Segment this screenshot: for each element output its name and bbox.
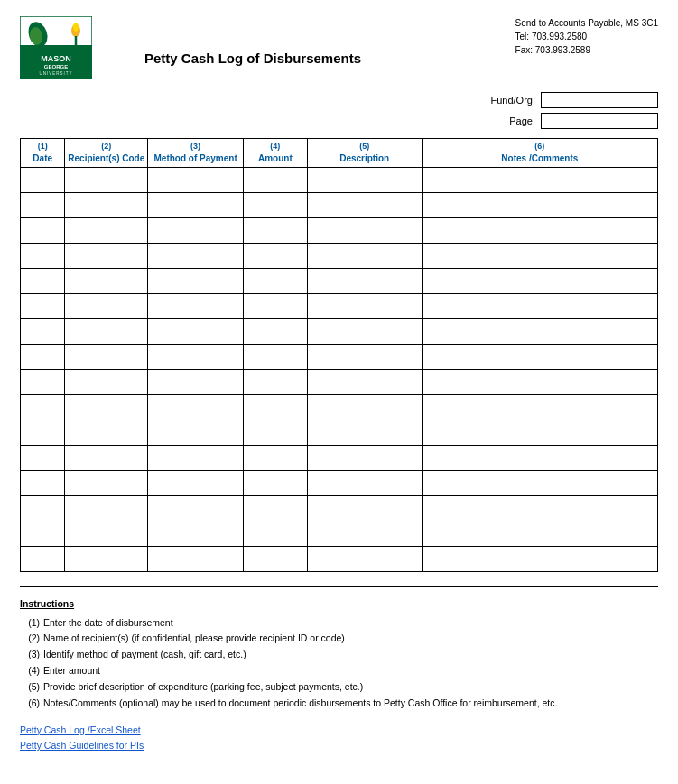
inst-text-1: Enter the date of disbursement	[43, 615, 173, 632]
instruction-item-4: (4)Enter amount	[20, 663, 658, 679]
col-header-amount: (4) Amount	[244, 139, 308, 168]
cell-row12-col4	[244, 445, 308, 470]
cell-row10-col3	[148, 394, 244, 420]
cell-row3-col4	[244, 217, 308, 243]
cell-row6-col1	[21, 293, 65, 318]
fund-input[interactable]	[541, 92, 658, 108]
cell-row7-col6	[422, 318, 657, 344]
col-num-5: (5)	[310, 142, 420, 152]
col-num-3: (3)	[150, 142, 241, 152]
cell-row12-col3	[148, 445, 244, 470]
cell-row12-col6	[422, 445, 657, 470]
svg-text:MASON: MASON	[41, 54, 71, 63]
cell-row10-col1	[21, 394, 65, 420]
cell-row9-col6	[422, 369, 657, 394]
logo: GEORGE MASON UNIVERSITY	[20, 16, 92, 79]
cell-row14-col2	[65, 495, 148, 521]
table-row	[21, 167, 658, 192]
links-list: Petty Cash Log /Excel SheetPetty Cash Gu…	[20, 723, 658, 755]
cell-row5-col3	[148, 268, 244, 293]
cell-row15-col5	[307, 521, 422, 546]
table-row	[21, 268, 658, 293]
header-left: GEORGE MASON UNIVERSITY Petty Cash Log o…	[20, 16, 361, 79]
instructions-title: Instructions	[20, 596, 658, 613]
cell-row3-col6	[422, 217, 657, 243]
cell-row1-col5	[307, 167, 422, 192]
cell-row2-col5	[307, 192, 422, 217]
cell-row14-col6	[422, 495, 657, 521]
col-name-4: Amount	[246, 152, 305, 164]
inst-text-2: Name of recipient(s) (if confidential, p…	[43, 631, 345, 647]
cell-row6-col5	[307, 293, 422, 318]
cell-row14-col4	[244, 495, 308, 521]
instructions-section: Instructions (1)Enter the date of disbur…	[20, 596, 658, 712]
col-name-1: Date	[23, 152, 62, 164]
cell-row13-col6	[422, 470, 657, 495]
cell-row15-col4	[244, 521, 308, 546]
col-num-4: (4)	[246, 142, 305, 152]
col-header-notes: (6) Notes /Comments	[422, 139, 657, 168]
table-row	[21, 293, 658, 318]
cell-row1-col6	[422, 167, 657, 192]
link-2[interactable]: Petty Cash Guidelines for PIs	[20, 738, 658, 754]
table-row	[21, 470, 658, 495]
link-1[interactable]: Petty Cash Log /Excel Sheet	[20, 723, 658, 739]
page-label: Page:	[486, 115, 535, 126]
col-header-description: (5) Description	[307, 139, 422, 168]
send-to-text: Send to Accounts Payable, MS 3C1	[515, 16, 658, 30]
table-row	[21, 521, 658, 546]
cell-row2-col1	[21, 192, 65, 217]
table-row	[21, 344, 658, 369]
instruction-item-6: (6)Notes/Comments (optional) may be used…	[20, 696, 658, 712]
header-row: (1) Date (2) Recipient(s) Code (3) Metho…	[21, 139, 658, 168]
col-header-recipient: (2) Recipient(s) Code	[65, 139, 148, 168]
cell-row12-col2	[65, 445, 148, 470]
cell-row9-col1	[21, 369, 65, 394]
cell-row16-col2	[65, 546, 148, 571]
page-input[interactable]	[541, 113, 658, 129]
instruction-item-2: (2)Name of recipient(s) (if confidential…	[20, 631, 658, 647]
table-row	[21, 318, 658, 344]
inst-text-3: Identify method of payment (cash, gift c…	[43, 647, 246, 663]
inst-text-6: Notes/Comments (optional) may be used to…	[43, 696, 557, 712]
inst-num-4: (4)	[20, 663, 40, 679]
col-num-2: (2)	[67, 142, 145, 152]
cell-row1-col2	[65, 167, 148, 192]
table-row	[21, 546, 658, 571]
table-row	[21, 243, 658, 268]
instruction-item-3: (3)Identify method of payment (cash, gif…	[20, 647, 658, 663]
fund-row: Fund/Org:	[486, 92, 658, 108]
cell-row5-col5	[307, 268, 422, 293]
col-num-6: (6)	[424, 142, 655, 152]
cell-row8-col2	[65, 344, 148, 369]
cell-row6-col3	[148, 293, 244, 318]
col-name-6: Notes /Comments	[424, 152, 655, 164]
cell-row5-col6	[422, 268, 657, 293]
fax-text: Fax: 703.993.2589	[515, 43, 658, 57]
cell-row2-col4	[244, 192, 308, 217]
table-row	[21, 369, 658, 394]
page-row: Page:	[486, 113, 658, 129]
cell-row1-col1	[21, 167, 65, 192]
gmu-logo-svg: GEORGE MASON UNIVERSITY	[20, 16, 92, 79]
cell-row13-col4	[244, 470, 308, 495]
table-row	[21, 217, 658, 243]
cell-row6-col6	[422, 293, 657, 318]
inst-num-5: (5)	[20, 679, 40, 696]
cell-row5-col1	[21, 268, 65, 293]
cell-row16-col6	[422, 546, 657, 571]
cell-row4-col5	[307, 243, 422, 268]
cell-row14-col3	[148, 495, 244, 521]
cell-row9-col5	[307, 369, 422, 394]
cell-row7-col5	[307, 318, 422, 344]
cell-row10-col4	[244, 394, 308, 420]
cell-row11-col3	[148, 420, 244, 445]
cell-row16-col3	[148, 546, 244, 571]
inst-num-2: (2)	[20, 631, 40, 647]
col-name-3: Method of Payment	[150, 152, 241, 164]
cell-row16-col1	[21, 546, 65, 571]
cell-row2-col2	[65, 192, 148, 217]
cell-row10-col6	[422, 394, 657, 420]
cell-row15-col6	[422, 521, 657, 546]
cell-row13-col5	[307, 470, 422, 495]
